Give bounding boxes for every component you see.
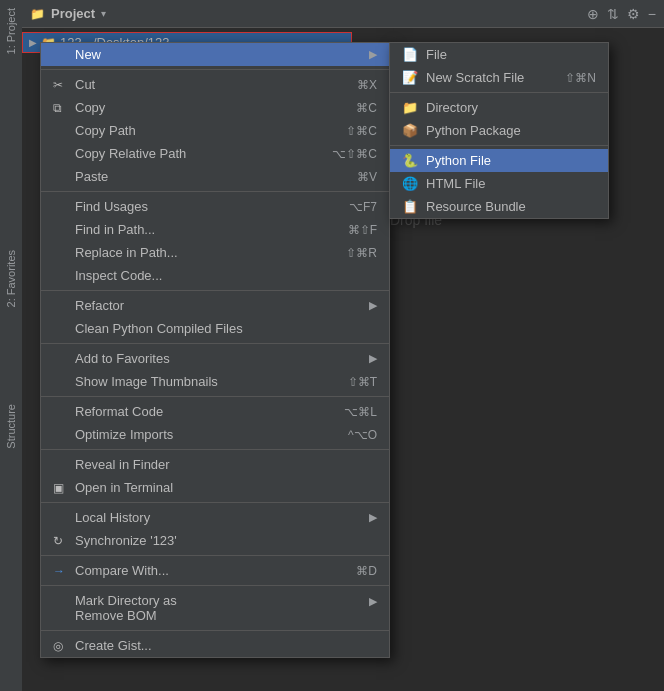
menu-item-mark-dir[interactable]: Mark Directory as Remove BOM ▶ xyxy=(41,589,389,627)
toolbar-dropdown-icon[interactable]: ▾ xyxy=(101,8,106,19)
sidebar-item-structure[interactable]: Structure xyxy=(3,396,19,457)
submenu-item-file[interactable]: 📄 File xyxy=(390,43,608,66)
menu-item-copy[interactable]: ⧉ Copy ⌘C xyxy=(41,96,389,119)
html-file-icon: 🌐 xyxy=(402,176,418,191)
separator-9 xyxy=(41,585,389,586)
menu-item-reveal[interactable]: Reveal in Finder xyxy=(41,453,389,476)
adjust-icon[interactable]: ⇅ xyxy=(607,6,619,22)
scratch-icon: 📝 xyxy=(402,70,418,85)
menu-item-optimize[interactable]: Optimize Imports ^⌥O xyxy=(41,423,389,446)
menu-item-find-usages[interactable]: Find Usages ⌥F7 xyxy=(41,195,389,218)
menu-item-synchronize[interactable]: ↻ Synchronize '123' xyxy=(41,529,389,552)
menu-item-cut[interactable]: ✂ Cut ⌘X xyxy=(41,73,389,96)
menu-item-local-history[interactable]: Local History ▶ xyxy=(41,506,389,529)
menu-item-copy-path[interactable]: Copy Path ⇧⌘C xyxy=(41,119,389,142)
submenu-item-new-scratch[interactable]: 📝 New Scratch File ⇧⌘N xyxy=(390,66,608,89)
menu-item-thumbnails[interactable]: Show Image Thumbnails ⇧⌘T xyxy=(41,370,389,393)
globe-icon[interactable]: ⊕ xyxy=(587,6,599,22)
menu-item-refactor[interactable]: Refactor ▶ xyxy=(41,294,389,317)
history-submenu-arrow: ▶ xyxy=(369,511,377,524)
menu-item-find-path[interactable]: Find in Path... ⌘⇧F xyxy=(41,218,389,241)
resource-bundle-icon: 📋 xyxy=(402,199,418,214)
menu-item-new[interactable]: New ▶ xyxy=(41,43,389,66)
separator-4 xyxy=(41,343,389,344)
separator-10 xyxy=(41,630,389,631)
separator-2 xyxy=(41,191,389,192)
new-submenu-arrow: ▶ xyxy=(369,48,377,61)
menu-item-add-favorites[interactable]: Add to Favorites ▶ xyxy=(41,347,389,370)
sidebar-item-favorites[interactable]: 2: Favorites xyxy=(3,242,19,315)
python-package-icon: 📦 xyxy=(402,123,418,138)
menu-item-clean-python[interactable]: Clean Python Compiled Files xyxy=(41,317,389,340)
side-panel: 1: Project 2: Favorites Structure xyxy=(0,0,22,691)
file-icon: 📄 xyxy=(402,47,418,62)
separator-1 xyxy=(41,69,389,70)
toolbar: 📁 Project ▾ ⊕ ⇅ ⚙ − xyxy=(22,0,664,28)
menu-item-copy-relative-path[interactable]: Copy Relative Path ⌥⇧⌘C xyxy=(41,142,389,165)
menu-item-open-terminal[interactable]: ▣ Open in Terminal xyxy=(41,476,389,499)
menu-item-replace-path[interactable]: Replace in Path... ⇧⌘R xyxy=(41,241,389,264)
cut-icon: ✂ xyxy=(53,78,71,92)
menu-item-inspect[interactable]: Inspect Code... xyxy=(41,264,389,287)
sidebar-item-project[interactable]: 1: Project xyxy=(3,0,19,62)
submenu-item-html-file[interactable]: 🌐 HTML File xyxy=(390,172,608,195)
separator-3 xyxy=(41,290,389,291)
mark-dir-submenu-arrow: ▶ xyxy=(369,595,377,608)
submenu-item-python-file[interactable]: 🐍 Python File xyxy=(390,149,608,172)
submenu-new: 📄 File 📝 New Scratch File ⇧⌘N 📁 Director… xyxy=(389,42,609,219)
menu-item-paste[interactable]: Paste ⌘V xyxy=(41,165,389,188)
separator-8 xyxy=(41,555,389,556)
menu-item-compare[interactable]: → Compare With... ⌘D xyxy=(41,559,389,582)
separator-6 xyxy=(41,449,389,450)
menu-item-reformat[interactable]: Reformat Code ⌥⌘L xyxy=(41,400,389,423)
project-folder-icon: 📁 xyxy=(30,7,45,21)
directory-icon: 📁 xyxy=(402,100,418,115)
submenu-item-python-package[interactable]: 📦 Python Package xyxy=(390,119,608,142)
context-menu: New ▶ ✂ Cut ⌘X ⧉ Copy ⌘C Copy Path ⇧⌘C C… xyxy=(40,42,390,658)
separator-5 xyxy=(41,396,389,397)
compare-icon: → xyxy=(53,564,71,578)
gear-icon[interactable]: ⚙ xyxy=(627,6,640,22)
python-file-icon: 🐍 xyxy=(402,153,418,168)
tree-arrow-icon: ▶ xyxy=(29,37,37,48)
terminal-icon: ▣ xyxy=(53,481,71,495)
refactor-submenu-arrow: ▶ xyxy=(369,299,377,312)
submenu-item-resource-bundle[interactable]: 📋 Resource Bundle xyxy=(390,195,608,218)
gist-icon: ◎ xyxy=(53,639,71,653)
separator-7 xyxy=(41,502,389,503)
toolbar-title: Project xyxy=(51,6,95,21)
favorites-submenu-arrow: ▶ xyxy=(369,352,377,365)
sync-icon: ↻ xyxy=(53,534,71,548)
submenu-sep-2 xyxy=(390,145,608,146)
submenu-item-directory[interactable]: 📁 Directory xyxy=(390,96,608,119)
minimize-icon[interactable]: − xyxy=(648,6,656,22)
submenu-sep-1 xyxy=(390,92,608,93)
menu-item-create-gist[interactable]: ◎ Create Gist... xyxy=(41,634,389,657)
copy-icon: ⧉ xyxy=(53,101,71,115)
toolbar-actions: ⊕ ⇅ ⚙ − xyxy=(587,6,656,22)
